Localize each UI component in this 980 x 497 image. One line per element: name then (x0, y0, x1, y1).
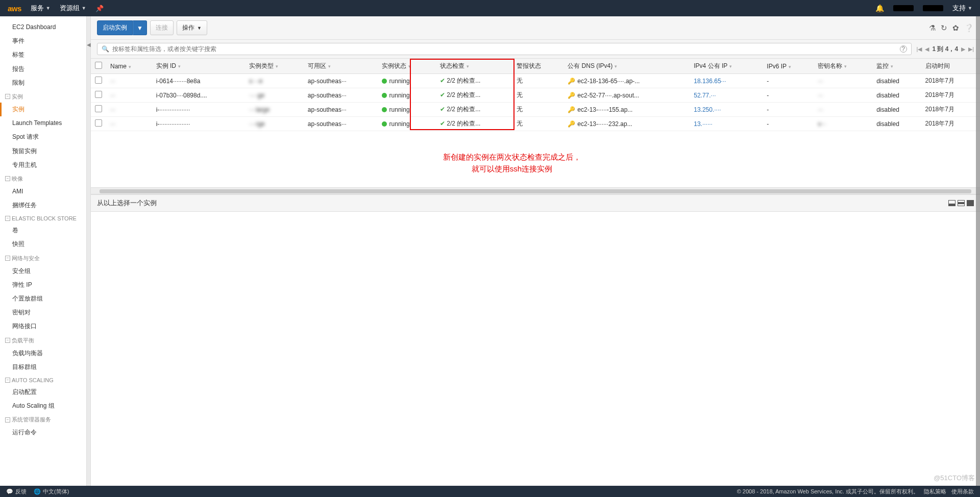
sidebar-item-dashboard[interactable]: EC2 Dashboard (0, 20, 86, 34)
col-alarm[interactable]: 警报状态 (512, 59, 564, 74)
annotation-text: 新创建的实例在两次状态检查完成之后， 就可以使用ssh连接实例 (443, 152, 581, 175)
gear-icon[interactable]: ✿ (952, 23, 959, 33)
row-checkbox[interactable] (95, 105, 102, 112)
sidebar-item-dedicated[interactable]: 专用主机 (0, 158, 86, 172)
sidebar-group-elb[interactable]: −负载平衡 (0, 334, 86, 346)
sidebar-group-images[interactable]: −映像 (0, 172, 86, 185)
table-row[interactable]: ··· i-0614········8e8a x····e ap-southea… (91, 74, 980, 88)
collapse-icon: − (5, 176, 10, 181)
check-icon: ✔ (440, 120, 445, 127)
nav-support[interactable]: 支持▼ (952, 4, 972, 13)
vertical-scrollbar[interactable] (976, 16, 980, 486)
sidebar-group-ebs[interactable]: −ELASTIC BLOCK STORE (0, 212, 86, 223)
sidebar-item-volumes[interactable]: 卷 (0, 223, 86, 237)
layout-split-icon[interactable] (958, 200, 965, 206)
feedback-link[interactable]: 💬反馈 (6, 488, 27, 495)
sidebar-item-reports[interactable]: 报告 (0, 62, 86, 76)
col-keyname[interactable]: 密钥名称▾ (814, 59, 872, 74)
sidebar-item-reserved[interactable]: 预留实例 (0, 144, 86, 158)
privacy-link[interactable]: 隐私策略 (924, 488, 946, 495)
sidebar-item-lc[interactable]: 启动配置 (0, 385, 86, 399)
search-help-icon[interactable]: ? (900, 45, 907, 53)
col-name[interactable]: Name▾ (106, 59, 152, 74)
sidebar-group-as[interactable]: −AUTO SCALING (0, 374, 86, 385)
help-icon[interactable]: ❔ (964, 23, 974, 33)
search-input[interactable] (112, 45, 897, 53)
sidebar-item-limits[interactable]: 限制 (0, 76, 86, 90)
aws-logo[interactable]: aws (8, 4, 21, 13)
table-row[interactable]: ··· i-·················· ····rge ap-sout… (91, 117, 980, 131)
terms-link[interactable]: 使用条款 (951, 488, 974, 495)
sidebar-item-ami[interactable]: AMI (0, 185, 86, 198)
nav-services[interactable]: 服务▼ (31, 4, 51, 13)
layout-bottom-icon[interactable] (948, 200, 955, 206)
sidebar-item-asg[interactable]: Auto Scaling 组 (0, 399, 86, 413)
flask-icon[interactable]: ⚗ (929, 23, 936, 33)
sidebar-item-events[interactable]: 事件 (0, 34, 86, 48)
col-instance-id[interactable]: 实例 ID▾ (152, 59, 245, 74)
cell-dns: 🔑ec2-18-136-65····.ap-... (564, 74, 690, 88)
col-launch[interactable]: 启动时间 (921, 59, 980, 74)
sidebar-item-keypair[interactable]: 密钥对 (0, 306, 86, 319)
col-ipv6[interactable]: IPv6 IP▾ (763, 59, 814, 74)
sidebar-collapse-handle[interactable]: ◀ (87, 16, 91, 486)
top-nav-right: 🔔 支持▼ (875, 4, 972, 13)
row-checkbox[interactable] (95, 119, 102, 127)
cell-state: running (378, 74, 436, 88)
col-ipv4[interactable]: IPv4 公有 IP▾ (690, 59, 763, 74)
sidebar-item-eni[interactable]: 网络接口 (0, 319, 86, 333)
sidebar-item-tg[interactable]: 目标群组 (0, 360, 86, 374)
cell-az: ap-southeas··· (304, 88, 378, 103)
pager: |◀ ◀ 1 到 4，4 ▶ ▶| (917, 45, 974, 54)
select-all-checkbox[interactable] (95, 62, 102, 69)
cell-alarm: 无 (512, 74, 564, 88)
actions-button[interactable]: 操作 ▼ (177, 20, 207, 35)
sidebar-item-sg[interactable]: 安全组 (0, 264, 86, 278)
sidebar-item-launch-templates[interactable]: Launch Templates (0, 116, 86, 130)
copyright-text: © 2008 - 2018, Amazon Web Services, Inc.… (737, 488, 919, 495)
pager-prev-icon[interactable]: ◀ (925, 46, 929, 53)
sidebar-item-spot[interactable]: Spot 请求 (0, 130, 86, 144)
sidebar-item-snapshots[interactable]: 快照 (0, 237, 86, 251)
pager-next-icon[interactable]: ▶ (961, 46, 965, 53)
horizontal-scrollbar[interactable] (91, 187, 980, 194)
col-monitor[interactable]: 监控▾ (872, 59, 921, 74)
language-selector[interactable]: 🌐中文(简体) (34, 488, 69, 495)
search-box[interactable]: 🔍 ? (97, 43, 912, 55)
sidebar-group-instances[interactable]: −实例 (0, 90, 86, 103)
region-redacted[interactable] (923, 5, 943, 11)
nav-services-label: 服务 (31, 4, 44, 13)
pager-last-icon[interactable]: ▶| (968, 46, 974, 53)
sidebar-item-run-command[interactable]: 运行命令 (0, 426, 86, 439)
col-status-check[interactable]: 状态检查▾ (436, 59, 512, 74)
launch-instance-dropdown[interactable]: ▼ (133, 20, 147, 35)
layout-full-icon[interactable] (967, 200, 974, 206)
nav-resource-groups[interactable]: 资源组▼ (60, 4, 86, 13)
pager-first-icon[interactable]: |◀ (917, 46, 922, 53)
refresh-icon[interactable]: ↻ (941, 23, 947, 33)
sidebar-item-placement[interactable]: 个置放群组 (0, 292, 86, 306)
search-row: 🔍 ? |◀ ◀ 1 到 4，4 ▶ ▶| (91, 40, 980, 59)
connect-button[interactable]: 连接 (150, 20, 174, 35)
col-az[interactable]: 可用区▾ (304, 59, 378, 74)
col-type[interactable]: 实例类型▾ (245, 59, 304, 74)
cell-ipv6: - (763, 103, 814, 117)
sidebar-item-tags[interactable]: 标签 (0, 48, 86, 62)
cell-name: ··· (106, 103, 152, 117)
row-checkbox[interactable] (95, 77, 102, 84)
sidebar-item-bundle[interactable]: 捆绑任务 (0, 198, 86, 212)
sidebar-item-lb[interactable]: 负载均衡器 (0, 346, 86, 360)
sidebar-item-eip[interactable]: 弹性 IP (0, 278, 86, 292)
sidebar-group-ssm[interactable]: −系统管理器服务 (0, 413, 86, 426)
table-row[interactable]: ··· i-·················· ····large ap-so… (91, 103, 980, 117)
table-row[interactable]: ··· i-07b30····0898d.... ·····ge ap-sout… (91, 88, 980, 103)
sidebar-item-instances[interactable]: 实例 (0, 103, 86, 116)
pin-icon[interactable]: 📌 (95, 5, 104, 12)
row-checkbox[interactable] (95, 91, 102, 98)
sidebar-group-network[interactable]: −网络与安全 (0, 252, 86, 264)
launch-instance-button[interactable]: 启动实例 (97, 20, 133, 35)
col-state[interactable]: 实例状态▾ (378, 59, 436, 74)
col-dns[interactable]: 公有 DNS (IPv4)▾ (564, 59, 690, 74)
account-redacted[interactable] (893, 5, 914, 11)
bell-icon[interactable]: 🔔 (875, 4, 884, 12)
